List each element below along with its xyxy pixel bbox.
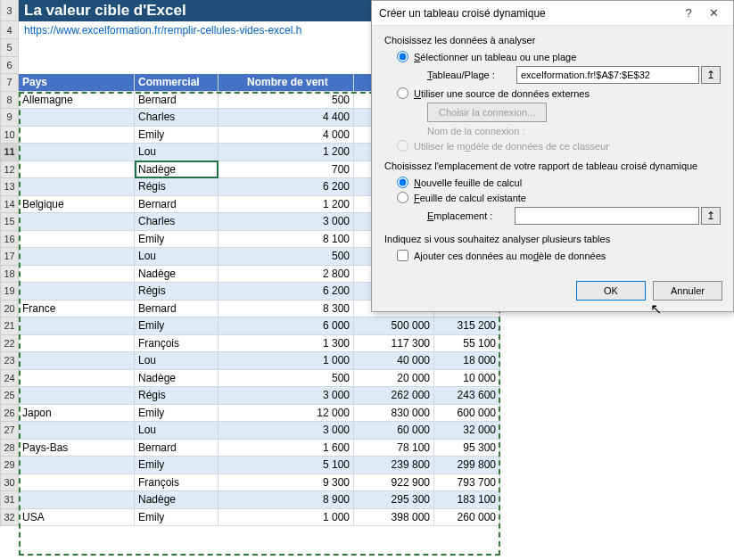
table-row[interactable]: Régis3 000262 000243 600 [19, 387, 500, 405]
cell[interactable]: 12 000 [219, 405, 354, 423]
cell[interactable] [19, 370, 135, 388]
radio-select-range-input[interactable] [397, 51, 408, 62]
cell[interactable]: 398 000 [354, 509, 434, 527]
row-header[interactable]: 17 [0, 248, 19, 266]
row-header[interactable]: 23 [0, 352, 19, 370]
table-row[interactable]: JaponEmily12 000830 000600 000 [19, 405, 500, 423]
cell[interactable]: Emily [135, 127, 219, 144]
help-icon[interactable]: ? [676, 6, 701, 20]
cell[interactable]: 55 100 [434, 335, 500, 353]
row-header[interactable]: 27 [0, 422, 19, 440]
location-input[interactable] [515, 207, 699, 225]
radio-external-input[interactable] [397, 87, 408, 99]
cell[interactable] [19, 109, 135, 127]
cell[interactable]: 500 [219, 92, 354, 110]
row-header[interactable]: 7 [0, 74, 19, 92]
cell[interactable]: Bernard [135, 196, 219, 214]
cell[interactable]: Emily [135, 231, 219, 249]
cell[interactable] [19, 161, 135, 179]
cell[interactable]: 830 000 [354, 405, 434, 423]
row-header[interactable]: 16 [0, 231, 19, 249]
cell[interactable] [19, 457, 135, 474]
cell[interactable]: Bernard [135, 440, 219, 457]
checkbox-add-model[interactable]: Ajouter ces données au modèle de données [397, 250, 721, 261]
radio-existing-sheet[interactable]: Feuille de calcul existante [397, 192, 721, 203]
cell[interactable]: 243 600 [434, 387, 500, 405]
cell[interactable]: 4 400 [219, 109, 354, 127]
cell[interactable] [19, 317, 135, 335]
cell[interactable]: 1 300 [219, 335, 354, 353]
ok-button[interactable]: OK [576, 281, 646, 301]
table-row[interactable]: Pays-BasBernard1 60078 10095 300 [19, 440, 500, 457]
row-header[interactable]: 31 [0, 491, 19, 509]
cell[interactable]: 95 300 [434, 440, 500, 457]
cell[interactable] [19, 248, 135, 266]
location-select-button[interactable]: ↥ [701, 207, 721, 225]
cell[interactable]: 922 900 [354, 474, 434, 492]
cell[interactable]: 315 200 [434, 317, 500, 335]
table-row[interactable]: Lou1 00040 00018 000 [19, 352, 500, 370]
col-commercial[interactable]: Commercial [135, 74, 219, 92]
cell[interactable]: 1 600 [219, 440, 354, 457]
row-header[interactable]: 32 [0, 509, 19, 527]
cell[interactable] [19, 352, 135, 370]
row-header[interactable]: 11 [0, 144, 19, 161]
cell[interactable]: 3 000 [219, 422, 354, 440]
cell[interactable]: 793 700 [434, 474, 500, 492]
row-header[interactable]: 22 [0, 335, 19, 353]
cell[interactable] [19, 491, 135, 509]
table-row[interactable]: François1 300117 30055 100 [19, 335, 500, 353]
row-header[interactable]: 13 [0, 178, 19, 196]
cell[interactable]: Emily [135, 457, 219, 474]
row-header[interactable]: 28 [0, 440, 19, 457]
row-header[interactable]: 25 [0, 387, 19, 405]
radio-external[interactable]: Utiliser une source de données externes [397, 87, 721, 99]
radio-new-sheet[interactable]: Nouvelle feuille de calcul [397, 177, 721, 188]
row-header[interactable]: 14 [0, 196, 19, 214]
checkbox-add-model-input[interactable] [397, 250, 408, 261]
cell[interactable]: 40 000 [354, 352, 434, 370]
cell[interactable]: 1 200 [219, 144, 354, 161]
cell[interactable]: 183 100 [434, 491, 500, 509]
table-row[interactable]: François9 300922 900793 700 [19, 474, 500, 492]
col-pays[interactable]: Pays [19, 74, 135, 92]
cell[interactable]: France [19, 301, 135, 318]
cell[interactable] [19, 422, 135, 440]
cell[interactable]: USA [19, 509, 135, 527]
cell[interactable]: Japon [19, 405, 135, 423]
row-header[interactable]: 21 [0, 317, 19, 335]
cell[interactable]: 262 000 [354, 387, 434, 405]
cell[interactable]: Nadège [135, 161, 219, 179]
table-row[interactable]: Emily6 000500 000315 200 [19, 317, 500, 335]
table-row[interactable]: Nadège50020 00010 000 [19, 370, 500, 388]
cell[interactable]: 2 800 [219, 266, 354, 284]
cell[interactable] [19, 213, 135, 231]
cell[interactable]: Pays-Bas [19, 440, 135, 457]
cell[interactable]: Lou [135, 422, 219, 440]
cell[interactable]: 299 800 [434, 457, 500, 474]
row-header[interactable]: 18 [0, 266, 19, 284]
cell[interactable]: Nadège [135, 266, 219, 284]
row-header[interactable]: 4 [0, 21, 19, 39]
cancel-button[interactable]: Annuler [653, 281, 722, 301]
row-header[interactable]: 30 [0, 474, 19, 492]
cell[interactable]: Régis [135, 178, 219, 196]
row-header[interactable]: 10 [0, 127, 19, 144]
cell[interactable]: François [135, 335, 219, 353]
col-nombre-vent[interactable]: Nombre de vent [219, 74, 354, 92]
close-icon[interactable]: ✕ [701, 6, 726, 20]
cell[interactable]: 117 300 [354, 335, 434, 353]
cell[interactable]: 3 000 [219, 387, 354, 405]
radio-new-sheet-input[interactable] [397, 177, 408, 188]
cell[interactable]: 295 300 [354, 491, 434, 509]
row-header[interactable]: 9 [0, 109, 19, 127]
table-row[interactable]: Lou3 00060 00032 000 [19, 422, 500, 440]
radio-select-range[interactable]: Sélectionner un tableau ou une plage [397, 51, 721, 62]
cell[interactable]: 18 000 [434, 352, 500, 370]
cell[interactable]: Emily [135, 405, 219, 423]
row-header[interactable]: 20 [0, 301, 19, 318]
cell[interactable]: Bernard [135, 92, 219, 110]
cell[interactable]: 600 000 [434, 405, 500, 423]
cell[interactable]: 8 300 [219, 301, 354, 318]
cell[interactable]: Lou [135, 352, 219, 370]
